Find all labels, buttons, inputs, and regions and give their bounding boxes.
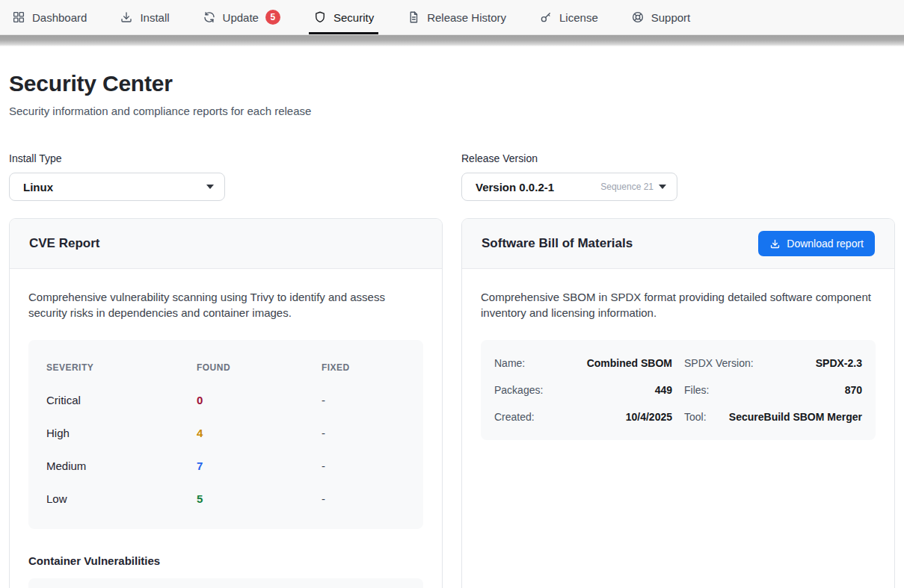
install-type-label: Install Type (9, 152, 443, 164)
detail-label: Created: (494, 411, 535, 423)
install-type-filter: Install Type Linux (9, 152, 443, 201)
table-row: Low 5 - (46, 483, 405, 516)
sbom-title: Software Bill of Materials (482, 236, 633, 251)
nav-label: Security (333, 11, 374, 24)
fixed-count: - (322, 427, 405, 439)
page-title: Security Center (9, 71, 895, 96)
nav-item-support[interactable]: Support (631, 0, 691, 34)
severity-label: Critical (46, 394, 197, 406)
detail-value: 870 (845, 384, 862, 396)
detail-label: Packages: (494, 384, 543, 396)
filters-row: Install Type Linux Release Version Versi… (9, 152, 895, 201)
release-version-value: Version 0.0.2-1 (476, 181, 600, 194)
download-icon (120, 10, 133, 24)
nav-label: Release History (427, 11, 506, 24)
file-text-icon (407, 10, 420, 24)
cve-report-card: CVE Report Comprehensive vulnerability s… (9, 218, 443, 588)
release-version-select[interactable]: Version 0.0.2-1 Sequence 21 (461, 173, 677, 201)
detail-value: 10/4/2025 (626, 411, 672, 423)
download-report-button[interactable]: Download report (758, 231, 875, 256)
severity-table-header-row: SEVERITY FOUND FIXED (46, 351, 405, 384)
sbom-detail-files: Files: 870 (684, 377, 862, 403)
severity-table: SEVERITY FOUND FIXED Critical 0 - High 4… (28, 340, 423, 529)
nav-item-security[interactable]: Security (313, 0, 374, 34)
sbom-detail-created: Created: 10/4/2025 (494, 403, 672, 430)
severity-label: Medium (46, 459, 197, 472)
shield-icon (313, 10, 327, 24)
sbom-detail-packages: Packages: 449 (494, 377, 672, 403)
detail-value: Combined SBOM (587, 357, 672, 369)
severity-label: Low (46, 492, 197, 505)
sbom-detail-spdx-version: SPDX Version: SPDX-2.3 (684, 350, 862, 377)
release-version-filter: Release Version Version 0.0.2-1 Sequence… (461, 152, 895, 201)
release-sequence-label: Sequence 21 (600, 182, 654, 192)
cve-report-title: CVE Report (29, 236, 99, 251)
nav-label: Support (651, 11, 691, 24)
chevron-down-icon (659, 185, 666, 189)
table-row: High 4 - (46, 417, 405, 450)
update-count-badge: 5 (265, 10, 280, 25)
fixed-count: - (322, 492, 405, 505)
download-icon (769, 238, 781, 250)
refresh-icon (203, 10, 216, 24)
severity-column-header: SEVERITY (46, 362, 197, 373)
download-report-label: Download report (787, 238, 864, 250)
sbom-card: Software Bill of Materials Download repo… (461, 218, 895, 588)
nav-item-update[interactable]: Update 5 (203, 0, 280, 34)
nav-item-release-history[interactable]: Release History (407, 0, 506, 34)
detail-value: SPDX-2.3 (816, 357, 862, 369)
detail-label: Name: (494, 357, 525, 369)
nav-item-dashboard[interactable]: Dashboard (12, 0, 87, 34)
found-count: 5 (197, 492, 322, 505)
key-icon (539, 10, 553, 24)
install-type-value: Linux (23, 181, 206, 194)
install-type-select[interactable]: Linux (9, 173, 225, 201)
table-row: Critical 0 - (46, 384, 405, 417)
found-count: 4 (197, 427, 322, 439)
found-count: 0 (197, 394, 322, 406)
nav-item-install[interactable]: Install (120, 0, 169, 34)
sbom-detail-tool: Tool: SecureBuild SBOM Merger (684, 403, 862, 430)
chevron-down-icon (206, 185, 214, 189)
scroll-shadow-band (0, 35, 904, 46)
detail-value: SecureBuild SBOM Merger (729, 411, 862, 423)
sbom-header: Software Bill of Materials Download repo… (462, 219, 894, 269)
container-vulnerabilities-title: Container Vulnerabilities (28, 554, 423, 567)
found-count: 7 (197, 459, 322, 472)
nav-item-license[interactable]: License (539, 0, 598, 34)
detail-label: Tool: (684, 411, 707, 423)
nav-label: Update (223, 11, 259, 24)
sbom-description: Comprehensive SBOM in SPDX format provid… (481, 289, 876, 321)
severity-label: High (46, 427, 197, 439)
page-subtitle: Security information and compliance repo… (9, 105, 895, 117)
nav-label: Install (140, 11, 169, 24)
release-version-label: Release Version (461, 152, 895, 164)
found-column-header: FOUND (197, 362, 322, 373)
detail-label: SPDX Version: (684, 357, 754, 369)
lifebuoy-icon (631, 10, 645, 24)
nav-label: Dashboard (32, 11, 87, 24)
fixed-count: - (322, 459, 405, 472)
dashboard-grid-icon (12, 10, 25, 24)
detail-label: Files: (684, 384, 709, 396)
sbom-detail-name: Name: Combined SBOM (494, 350, 672, 377)
fixed-column-header: FIXED (322, 362, 405, 373)
sbom-details-table: Name: Combined SBOM SPDX Version: SPDX-2… (481, 340, 876, 440)
top-navigation: Dashboard Install Update 5 Security Rele… (0, 0, 904, 35)
container-vulnerabilities-table: NAME FOUND FIXED (28, 578, 423, 588)
cve-report-description: Comprehensive vulnerability scanning usi… (28, 289, 423, 321)
cve-report-header: CVE Report (10, 219, 442, 269)
table-row: Medium 7 - (46, 450, 405, 483)
fixed-count: - (322, 394, 405, 406)
nav-label: License (559, 11, 598, 24)
detail-value: 449 (655, 384, 672, 396)
